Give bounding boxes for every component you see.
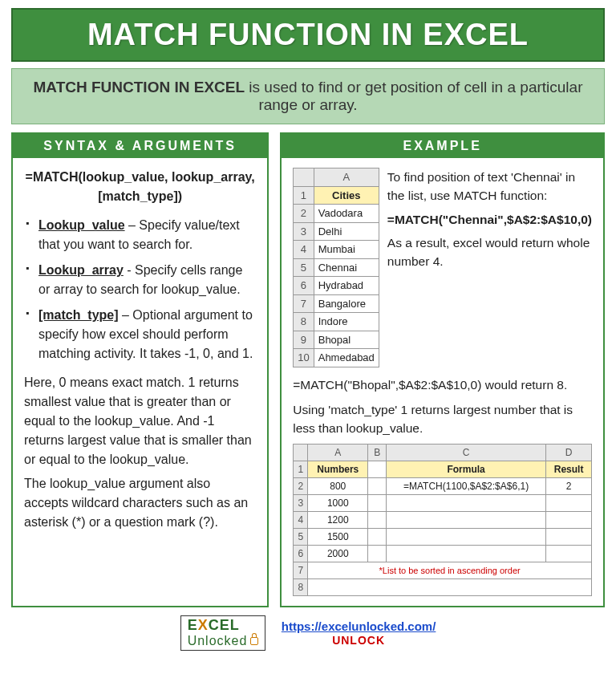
- arg-lookup-value: Lookup_value – Specify value/text that y…: [24, 216, 256, 254]
- example-result-1: As a result, excel would return whole nu…: [387, 233, 592, 271]
- city-cell: Bangalore: [314, 294, 379, 313]
- footer: EXCEL Unlocked https://excelunlocked.com…: [11, 615, 605, 657]
- city-cell: Chennai: [314, 258, 379, 277]
- arg-lookup-array: Lookup_array - Specify cells range or ar…: [24, 261, 256, 299]
- example-heading: EXAMPLE: [282, 134, 603, 158]
- syntax-explanation-2: The lookup_value argument also accepts w…: [24, 474, 256, 532]
- example-para-3: Using 'match_type' 1 returns largest num…: [293, 400, 592, 438]
- syntax-explanation-1: Here, 0 means exact match. 1 returns sma…: [24, 373, 256, 469]
- city-cell: Delhi: [314, 222, 379, 241]
- excel-unlocked-logo: EXCEL Unlocked: [180, 615, 265, 651]
- description-bold: MATCH FUNCTION IN EXCEL: [34, 79, 245, 95]
- page-title: MATCH FUNCTION IN EXCEL: [21, 18, 595, 52]
- example-intro: To find position of text 'Chennai' in th…: [387, 168, 592, 205]
- city-cell: Vadodara: [314, 205, 379, 223]
- syntax-formula: =MATCH(lookup_value, lookup_array, [matc…: [24, 168, 256, 206]
- cities-header-cell: Cities: [314, 186, 379, 205]
- city-cell: Hydrabad: [314, 277, 379, 295]
- description-text: is used to find or get position of cell …: [245, 79, 582, 113]
- arg-match-type: [match_type] – Optional argument to spec…: [24, 306, 256, 363]
- example-formula-1: =MATCH("Chennai",$A$2:$A$10,0): [387, 210, 592, 229]
- lock-icon: [250, 637, 258, 645]
- city-cell: Indore: [314, 313, 379, 331]
- cities-table: A 1Cities 2Vadodara 3Delhi 4Mumbai 5Chen…: [293, 168, 379, 367]
- argument-list: Lookup_value – Specify value/text that y…: [24, 216, 256, 363]
- syntax-heading: SYNTAX & ARGUMENTS: [13, 134, 267, 158]
- sort-note: *List to be sorted in ascending order: [308, 562, 592, 579]
- example-para-2: =MATCH("Bhopal",$A$2:$A$10,0) would retu…: [293, 376, 592, 394]
- city-cell: Ahmedabad: [314, 349, 379, 367]
- numbers-table: A B C D 1 Numbers Formula Result: [293, 444, 592, 596]
- site-link[interactable]: https://excelunlocked.com/: [282, 619, 436, 633]
- city-cell: Bhopal: [314, 331, 379, 349]
- unlock-label: UNLOCK: [282, 634, 436, 647]
- description-bar: MATCH FUNCTION IN EXCEL is used to find …: [11, 68, 605, 124]
- city-cell: Mumbai: [314, 241, 379, 259]
- title-bar: MATCH FUNCTION IN EXCEL: [11, 8, 605, 62]
- syntax-panel: SYNTAX & ARGUMENTS =MATCH(lookup_value, …: [11, 132, 269, 607]
- col-a-header: A: [314, 168, 379, 187]
- example-panel: EXAMPLE A 1Cities 2Vadodara 3Delhi 4Mumb…: [280, 132, 605, 607]
